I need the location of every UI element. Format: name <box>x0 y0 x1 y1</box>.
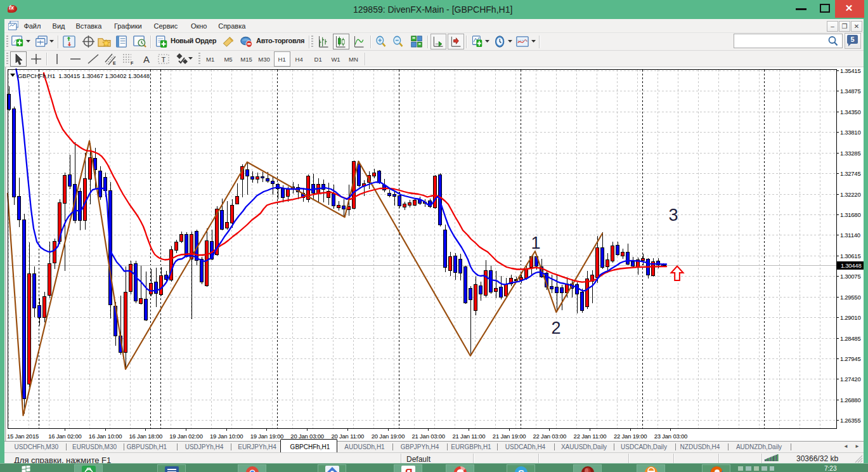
svg-text:22 Jan 03:00: 22 Jan 03:00 <box>533 433 567 440</box>
svg-text:1.30448: 1.30448 <box>841 262 861 269</box>
svg-text:2: 2 <box>551 318 560 338</box>
svg-text:22 Jan 11:00: 22 Jan 11:00 <box>574 433 607 440</box>
svg-text:19 Jan 02:00: 19 Jan 02:00 <box>169 433 203 440</box>
svg-text:1.29010: 1.29010 <box>840 314 860 321</box>
svg-text:1.29550: 1.29550 <box>840 294 860 301</box>
svg-text:GBPCHFh,H1 1.30415 1.30467 1.: GBPCHFh,H1 1.30415 1.30467 1.30402 1.304… <box>18 72 150 79</box>
svg-text:1.35415: 1.35415 <box>840 67 860 74</box>
svg-text:22 Jan 19:00: 22 Jan 19:00 <box>614 433 647 440</box>
svg-text:1.27945: 1.27945 <box>840 355 860 362</box>
svg-text:16 Jan 18:00: 16 Jan 18:00 <box>129 433 163 440</box>
svg-text:19 Jan 19:00: 19 Jan 19:00 <box>250 433 284 440</box>
svg-text:1: 1 <box>531 233 540 252</box>
svg-text:T: T <box>162 56 166 63</box>
svg-text:1.32745: 1.32745 <box>840 170 860 177</box>
svg-text:S: S <box>518 468 524 472</box>
svg-text:21 Jan 03:00: 21 Jan 03:00 <box>411 433 445 440</box>
svg-text:A: A <box>143 54 150 65</box>
svg-text:21 Jan 19:00: 21 Jan 19:00 <box>493 433 526 440</box>
svg-text:E: E <box>113 61 116 65</box>
svg-text:1.33285: 1.33285 <box>840 150 860 157</box>
svg-text:1.32220: 1.32220 <box>840 191 860 198</box>
svg-text:16 Jan 02:00: 16 Jan 02:00 <box>48 433 82 440</box>
svg-text:23 Jan 03:00: 23 Jan 03:00 <box>654 433 688 440</box>
svg-text:1.28485: 1.28485 <box>840 335 860 342</box>
svg-text:Я: Я <box>405 468 413 472</box>
svg-text:19 Jan 10:00: 19 Jan 10:00 <box>210 433 243 440</box>
svg-text:15 Jan 2015: 15 Jan 2015 <box>7 433 39 440</box>
svg-text:1.31140: 1.31140 <box>840 232 860 239</box>
svg-text:1.34875: 1.34875 <box>840 88 860 95</box>
svg-text:16 Jan 10:00: 16 Jan 10:00 <box>89 433 122 440</box>
svg-text:1.31680: 1.31680 <box>840 211 860 218</box>
svg-text:1.26880: 1.26880 <box>840 397 860 403</box>
svg-text:1.30615: 1.30615 <box>840 252 860 259</box>
svg-text:1.27420: 1.27420 <box>840 376 860 383</box>
svg-text:3: 3 <box>668 206 678 225</box>
svg-text:1.34350: 1.34350 <box>840 108 860 115</box>
svg-text:F: F <box>131 61 134 65</box>
svg-text:1.26355: 1.26355 <box>840 417 860 424</box>
svg-text:1.33810: 1.33810 <box>840 129 860 136</box>
svg-text:21 Jan 11:00: 21 Jan 11:00 <box>452 433 485 440</box>
svg-text:20 Jan 19:00: 20 Jan 19:00 <box>372 433 405 440</box>
svg-text:1.30075: 1.30075 <box>840 273 860 280</box>
